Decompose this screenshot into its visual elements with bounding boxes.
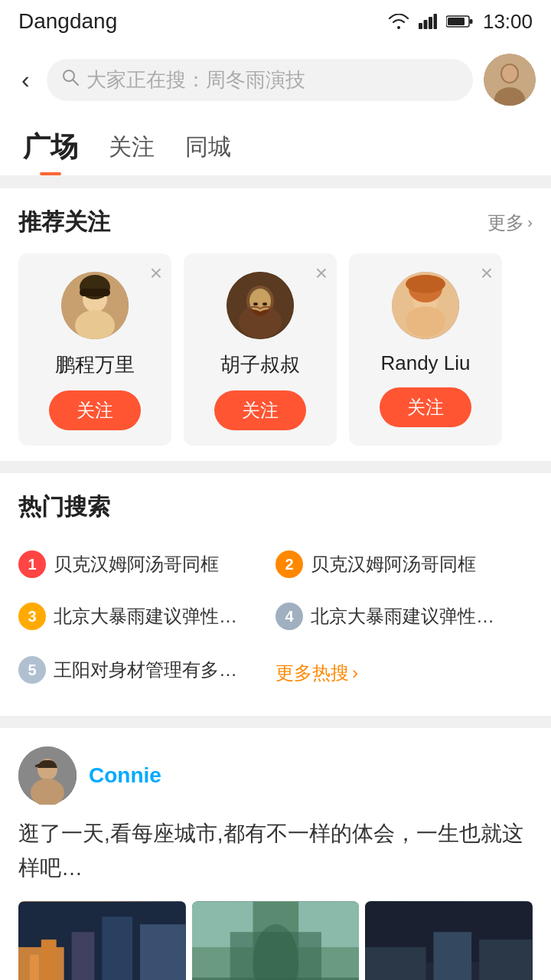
hot-search-item-2[interactable]: 3 北京大暴雨建议弹性… xyxy=(18,590,276,642)
hot-search-text-1: 贝克汉姆阿汤哥同框 xyxy=(311,552,476,577)
search-input-container[interactable]: 大家正在搜：周冬雨演技 xyxy=(47,59,473,101)
svg-rect-17 xyxy=(80,289,110,296)
hot-search-item-4[interactable]: 5 王阳对身材管理有多… xyxy=(18,642,276,697)
svg-rect-38 xyxy=(140,924,186,980)
rank-badge-2: 2 xyxy=(276,550,303,578)
search-bar: ‹ 大家正在搜：周冬雨演技 xyxy=(0,43,551,116)
hot-search-grid: 1 贝克汉姆阿汤哥同框 2 贝克汉姆阿汤哥同框 3 北京大暴雨建议弹性… 4 北… xyxy=(18,538,533,697)
post-image-3[interactable] xyxy=(365,901,533,980)
hot-search-text-2: 北京大暴雨建议弹性… xyxy=(54,604,237,629)
post-images xyxy=(18,901,533,980)
card-name-1: 胡子叔叔 xyxy=(220,351,300,378)
post-avatar[interactable] xyxy=(18,746,77,805)
card-avatar-0 xyxy=(61,272,129,339)
status-icons: 13:00 xyxy=(388,10,533,34)
user-avatar[interactable] xyxy=(484,54,536,106)
rank-badge-1: 1 xyxy=(18,550,46,578)
hot-search-text-3: 北京大暴雨建议弹性… xyxy=(311,604,494,629)
search-icon xyxy=(62,69,79,90)
svg-rect-5 xyxy=(469,19,472,24)
hot-search-text-4: 王阳对身材管理有多… xyxy=(54,658,237,682)
search-placeholder: 大家正在搜：周冬雨演技 xyxy=(86,67,305,93)
hot-search-title: 热门搜索 xyxy=(18,492,533,523)
close-card-1[interactable]: × xyxy=(315,261,328,286)
tab-guanzhu[interactable]: 关注 xyxy=(109,119,155,172)
hot-search-item-3[interactable]: 4 北京大暴雨建议弹性… xyxy=(276,590,533,642)
chevron-right-icon: › xyxy=(527,214,533,231)
svg-rect-50 xyxy=(434,932,472,980)
card-name-2: Randy Liu xyxy=(380,351,470,375)
recommend-more[interactable]: 更多 › xyxy=(487,211,533,235)
svg-point-12 xyxy=(502,65,517,82)
status-time: 13:00 xyxy=(483,10,533,34)
rank-badge-3: 3 xyxy=(18,603,46,630)
svg-point-26 xyxy=(406,306,445,337)
back-button[interactable]: ‹ xyxy=(15,63,36,97)
avatar-image xyxy=(484,54,536,106)
svg-point-22 xyxy=(253,302,258,305)
hot-search-item-0[interactable]: 1 贝克汉姆阿汤哥同框 xyxy=(18,538,276,590)
follow-card-2: × Randy Liu 关注 xyxy=(349,253,502,446)
tab-guangchang[interactable]: 广场 xyxy=(23,116,78,175)
post-username[interactable]: Connie xyxy=(89,763,161,788)
follow-cards-container: × 鹏程万里 关注 × xyxy=(18,253,533,446)
feed-post: Connie 逛了一天,看每座城市,都有不一样的体会，一生也就这样吧… xyxy=(0,728,551,980)
card-name-0: 鹏程万里 xyxy=(55,351,135,378)
svg-rect-51 xyxy=(479,939,533,980)
post-image-1[interactable] xyxy=(18,901,186,980)
card-avatar-1 xyxy=(227,272,294,339)
chevron-right-icon-hot: › xyxy=(352,662,358,684)
hot-search-text-0: 贝克汉姆阿汤哥同框 xyxy=(54,552,219,577)
close-card-0[interactable]: × xyxy=(150,261,162,286)
svg-rect-6 xyxy=(448,18,465,25)
follow-card-1: × 胡子叔叔 关注 xyxy=(184,253,337,446)
close-card-2[interactable]: × xyxy=(481,261,493,286)
svg-rect-0 xyxy=(419,23,422,29)
hot-search-item-1[interactable]: 2 贝克汉姆阿汤哥同框 xyxy=(276,538,533,590)
post-content: 逛了一天,看每座城市,都有不一样的体会，一生也就这样吧… xyxy=(18,817,533,886)
hot-search-section: 热门搜索 1 贝克汉姆阿汤哥同框 2 贝克汉姆阿汤哥同框 3 北京大暴雨建议弹性… xyxy=(0,473,551,716)
recommend-header: 推荐关注 更多 › xyxy=(18,207,533,238)
svg-rect-34 xyxy=(30,955,39,980)
wifi-icon xyxy=(388,14,409,29)
tab-bar: 广场 关注 同城 xyxy=(0,116,551,176)
more-hot-search-link[interactable]: 更多热搜 › xyxy=(276,661,358,685)
card-avatar-2 xyxy=(392,272,459,339)
battery-icon xyxy=(446,15,474,28)
tab-tongcheng[interactable]: 同城 xyxy=(185,119,231,172)
follow-button-2[interactable]: 关注 xyxy=(380,387,471,427)
status-bar: Dangdang 13:00 xyxy=(0,0,551,43)
follow-card-0: × 鹏程万里 关注 xyxy=(18,253,171,446)
post-header: Connie xyxy=(18,746,533,805)
rank-badge-5: 5 xyxy=(18,656,46,684)
follow-button-1[interactable]: 关注 xyxy=(214,390,306,430)
signal-icon xyxy=(419,14,437,29)
svg-point-23 xyxy=(262,302,267,305)
svg-rect-3 xyxy=(433,14,437,29)
svg-rect-49 xyxy=(365,947,426,980)
app-name: Dangdang xyxy=(18,9,117,34)
post-image-2[interactable] xyxy=(192,901,360,980)
svg-rect-37 xyxy=(102,916,132,980)
recommend-title: 推荐关注 xyxy=(18,207,110,238)
svg-point-28 xyxy=(406,275,445,293)
svg-line-8 xyxy=(73,80,78,86)
svg-rect-36 xyxy=(72,932,95,980)
rank-badge-4: 4 xyxy=(276,603,303,630)
svg-rect-35 xyxy=(41,939,57,980)
recommend-section: 推荐关注 更多 › × 鹏程万里 关注 xyxy=(0,188,551,461)
more-hot-search-item[interactable]: 更多热搜 › xyxy=(276,642,533,697)
follow-button-0[interactable]: 关注 xyxy=(49,390,141,430)
svg-rect-1 xyxy=(423,20,427,29)
svg-rect-2 xyxy=(429,17,432,29)
